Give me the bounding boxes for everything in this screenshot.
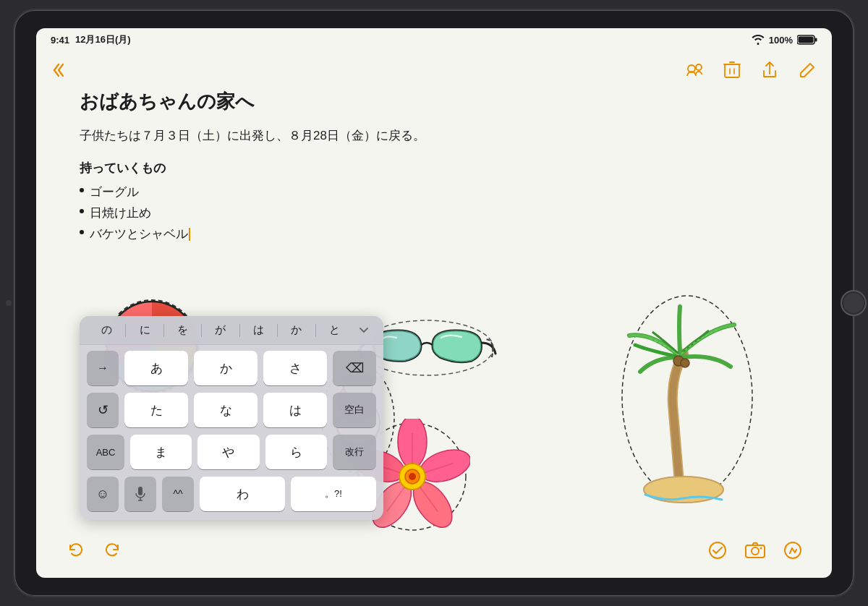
battery-icon (797, 35, 817, 45)
trash-button[interactable] (722, 60, 742, 80)
list-item: ゴーグル (80, 182, 788, 203)
share-button[interactable] (760, 60, 780, 80)
collaboration-button[interactable] (684, 60, 705, 80)
note-title: おばあちゃんの家へ (80, 89, 788, 114)
home-button[interactable] (841, 290, 867, 316)
keyboard-rows: → あ か さ ⌫ ↺ た な は 空白 ABC ま (80, 345, 383, 520)
key-undo[interactable]: ↺ (87, 393, 119, 427)
list-item: 日焼け止め (80, 203, 788, 224)
list-item-text: バケツとシャベル (90, 224, 190, 245)
text-cursor (189, 228, 190, 241)
key-ま[interactable]: ま (130, 435, 192, 469)
suggestions-expand[interactable] (353, 327, 375, 334)
bottom-toolbar (36, 534, 832, 566)
keyboard-row-4: ☺ ^^ わ 。?! (87, 477, 376, 511)
undo-button[interactable] (65, 540, 85, 560)
svg-point-43 (760, 547, 762, 550)
status-date: 12月16日(月) (75, 33, 131, 46)
key-abc[interactable]: ABC (87, 435, 124, 469)
ipad-frame: 9:41 12月16日(月) 100% (14, 10, 854, 596)
svg-rect-37 (138, 487, 142, 495)
status-time: 9:41 (51, 35, 69, 46)
bullet-icon (80, 230, 84, 234)
keyboard-suggestions: の に を が は か と (80, 316, 383, 345)
keyboard-row-2: ↺ た な は 空白 (87, 393, 376, 427)
svg-point-31 (409, 473, 416, 480)
bullet-icon (80, 209, 84, 213)
key-return[interactable]: 改行 (333, 435, 376, 469)
list-item-text: ゴーグル (90, 182, 139, 203)
redo-button[interactable] (103, 540, 123, 560)
key-か[interactable]: か (194, 351, 258, 385)
key-ら[interactable]: ら (265, 435, 327, 469)
key-は[interactable]: は (263, 393, 327, 427)
keyboard-container: の に を が は か と (80, 316, 383, 520)
toolbar (36, 51, 832, 89)
note-subtitle: 持っていくもの (80, 160, 788, 176)
key-emoji[interactable]: ☺ (87, 477, 119, 511)
toolbar-left (51, 60, 71, 80)
svg-point-42 (752, 547, 759, 555)
status-battery-text: 100% (769, 35, 793, 46)
keyboard-row-3: ABC ま や ら 改行 (87, 435, 376, 469)
note-body: 子供たちは７月３日（土）に出発し、８月28日（金）に戻る。 (80, 126, 788, 145)
key-わ[interactable]: わ (200, 477, 285, 511)
svg-rect-2 (799, 37, 814, 43)
key-kana[interactable]: ^^ (162, 477, 194, 511)
note-list: ゴーグル 日焼け止め バケツとシャベル (80, 182, 788, 245)
toolbar-right (684, 60, 817, 80)
bottom-right (707, 540, 803, 560)
ipad-screen: 9:41 12月16日(月) 100% (36, 28, 832, 578)
keyboard-row-1: → あ か さ ⌫ (87, 351, 376, 385)
key-さ[interactable]: さ (263, 351, 327, 385)
svg-point-4 (696, 64, 702, 70)
svg-rect-1 (815, 38, 817, 42)
wifi-icon (752, 35, 765, 45)
key-な[interactable]: な (194, 393, 258, 427)
status-left: 9:41 12月16日(月) (51, 33, 131, 46)
suggestion-が[interactable]: が (202, 322, 239, 338)
key-space[interactable]: 空白 (333, 393, 376, 427)
markup-button[interactable] (783, 540, 803, 560)
status-right: 100% (752, 35, 817, 46)
suggestion-と[interactable]: と (316, 322, 353, 338)
svg-point-40 (710, 542, 726, 558)
compose-button[interactable] (797, 60, 817, 80)
checkmark-button[interactable] (707, 540, 728, 560)
camera-dot (6, 300, 12, 306)
key-mic[interactable] (124, 477, 156, 511)
bullet-icon (80, 188, 84, 192)
key-た[interactable]: た (124, 393, 188, 427)
key-punctuation[interactable]: 。?! (291, 477, 376, 511)
suggestion-に[interactable]: に (126, 322, 163, 338)
list-item-text: 日焼け止め (90, 203, 151, 224)
suggestion-か[interactable]: か (278, 322, 315, 338)
key-や[interactable]: や (197, 435, 259, 469)
list-item: バケツとシャベル (80, 224, 788, 245)
key-あ[interactable]: あ (124, 351, 188, 385)
suggestion-を[interactable]: を (164, 322, 201, 338)
camera-button[interactable] (745, 540, 765, 560)
sticker-palm-tree (615, 289, 745, 491)
collapse-button[interactable] (51, 60, 71, 80)
suggestion-は[interactable]: は (240, 322, 277, 338)
svg-point-14 (681, 359, 689, 367)
key-delete[interactable]: ⌫ (333, 351, 376, 385)
bottom-left (65, 540, 123, 560)
status-bar: 9:41 12月16日(月) 100% (36, 28, 832, 51)
key-tab[interactable]: → (87, 351, 119, 385)
svg-rect-5 (725, 64, 739, 77)
suggestion-の[interactable]: の (88, 322, 125, 338)
